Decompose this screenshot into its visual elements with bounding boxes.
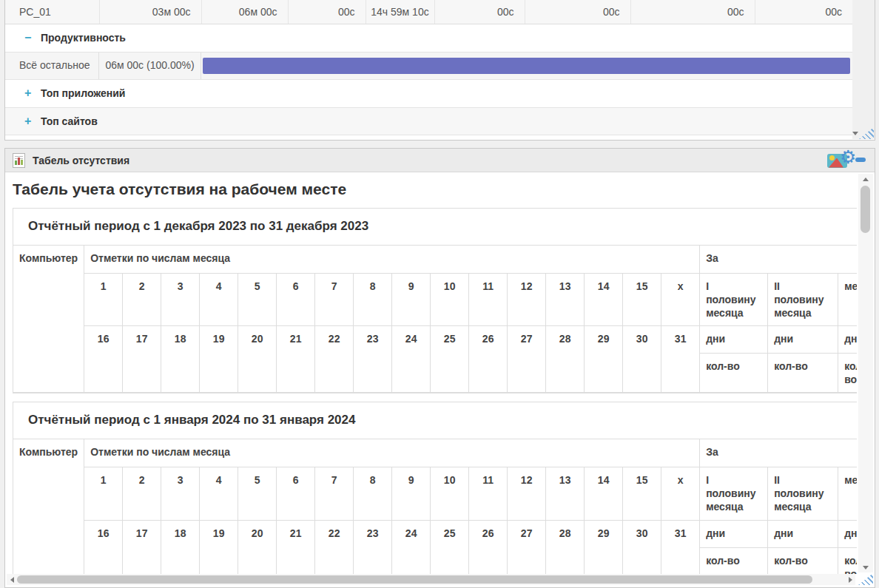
- computer-header-cell: Компьютер: [13, 246, 84, 393]
- day-header-cell: 20: [238, 520, 277, 574]
- stats-content: PC_01 03м 00с 06м 00с 00с 14ч 59м 10с 00…: [5, 0, 852, 135]
- day-header-cell: 25: [431, 326, 469, 393]
- day-header-cell: 16: [84, 326, 123, 393]
- day-header-cell: 26: [469, 520, 508, 574]
- widget-header[interactable]: Табель отсутствия ⚙: [5, 149, 875, 172]
- count-label-cell: кол-во: [838, 354, 857, 393]
- report-period-section: Отчётный период с 1 января 2024 по 31 ян…: [13, 402, 857, 574]
- day-header-cell: 7: [315, 467, 354, 520]
- day-header-cell: 28: [546, 326, 585, 393]
- vertical-scrollbar-track[interactable]: [852, 0, 875, 139]
- day-header-cell: 5: [238, 467, 277, 520]
- day-header-cell: 29: [585, 520, 623, 574]
- day-header-cell: 19: [200, 326, 238, 393]
- day-header-cell: 2: [123, 273, 161, 326]
- widget-title: Табель отсутствия: [33, 155, 129, 166]
- day-header-cell: 8: [354, 273, 392, 326]
- day-header-cell: х: [661, 273, 700, 326]
- productivity-section-toggle[interactable]: − Продуктивность: [5, 24, 852, 53]
- section-label: Топ приложений: [41, 87, 125, 99]
- day-header-cell: 24: [392, 520, 431, 574]
- day-header-cell: 21: [277, 326, 315, 393]
- scroll-down-icon[interactable]: [852, 132, 858, 135]
- day-header-cell: 31: [661, 520, 700, 574]
- panel-resize-handle[interactable]: [858, 573, 873, 585]
- horizontal-scrollbar-thumb[interactable]: [17, 575, 812, 584]
- day-header-cell: 29: [585, 326, 623, 393]
- vertical-scrollbar[interactable]: [858, 174, 873, 572]
- top-apps-section-toggle[interactable]: + Топ приложений: [5, 80, 852, 108]
- count-label-cell: кол-во: [700, 547, 768, 574]
- report-period-title: Отчётный период с 1 декабря 2023 по 31 д…: [13, 209, 857, 246]
- activity-stats-panel: PC_01 03м 00с 06м 00с 00с 14ч 59м 10с 00…: [4, 0, 875, 141]
- collapse-minus-icon[interactable]: −: [24, 31, 41, 44]
- report-viewport: Табель учета отсутствия на рабочем месте…: [5, 172, 857, 574]
- count-label-cell: кол-во: [700, 354, 768, 393]
- day-header-cell: 14: [585, 273, 623, 326]
- day-header-cell: 20: [238, 326, 277, 393]
- report-icon: [13, 153, 25, 168]
- time-value-cell: 00с: [525, 0, 630, 24]
- category-cell: Всё остальное: [5, 53, 99, 79]
- settings-gear-handle-icon[interactable]: [855, 158, 866, 162]
- expand-plus-icon[interactable]: +: [24, 87, 41, 100]
- scroll-down-button[interactable]: [858, 562, 873, 572]
- vertical-scrollbar-thumb[interactable]: [861, 186, 870, 233]
- day-header-cell: 22: [315, 326, 354, 393]
- day-header-cell: 21: [277, 520, 315, 574]
- day-header-cell: 13: [546, 273, 585, 326]
- day-header-cell: 11: [469, 467, 508, 520]
- half-month-header-cell: I половину месяца: [700, 467, 768, 520]
- days-label-cell: дни: [838, 520, 857, 547]
- stats-summary-row: PC_01 03м 00с 06м 00с 00с 14ч 59м 10с 00…: [5, 0, 852, 24]
- days-label-cell: дни: [768, 520, 838, 547]
- day-header-cell: 12: [508, 467, 546, 520]
- count-label-cell: кол-во: [768, 354, 838, 393]
- day-header-cell: 5: [238, 273, 277, 326]
- day-header-cell: 16: [84, 520, 123, 574]
- marks-header-cell: Отметки по числам месяца: [84, 439, 700, 467]
- day-header-cell: 11: [469, 273, 508, 326]
- settings-gear-icon[interactable]: ⚙: [840, 148, 856, 166]
- half-month-header-cell: I половину месяца: [700, 273, 768, 326]
- total-header-cell: За: [700, 439, 857, 467]
- day-header-cell: 28: [546, 520, 585, 574]
- day-header-cell: 25: [431, 520, 469, 574]
- day-header-cell: 19: [200, 520, 238, 574]
- time-value-cell: 00с: [434, 0, 525, 24]
- half-month-header-cell: месяц: [838, 467, 857, 520]
- horizontal-scrollbar[interactable]: [7, 574, 855, 585]
- count-label-cell: кол-во: [768, 547, 838, 574]
- day-header-cell: 23: [354, 520, 392, 574]
- scroll-up-button[interactable]: [858, 174, 873, 184]
- page-title: Табель учета отсутствия на рабочем месте: [13, 180, 857, 198]
- day-header-cell: 18: [161, 520, 200, 574]
- day-header-cell: 27: [508, 326, 546, 393]
- scroll-right-button[interactable]: [845, 574, 855, 585]
- day-header-cell: 27: [508, 520, 546, 574]
- time-value-cell: 14ч 59м 10с: [366, 0, 434, 24]
- top-sites-section-toggle[interactable]: + Топ сайтов: [5, 108, 852, 135]
- day-header-cell: 4: [200, 467, 238, 520]
- days-label-cell: дни: [700, 520, 768, 547]
- day-header-cell: 24: [392, 326, 431, 393]
- day-header-cell: х: [661, 467, 700, 520]
- section-label: Топ сайтов: [41, 115, 98, 127]
- half-month-header-cell: II половину месяца: [768, 273, 838, 326]
- bar-zone: [201, 53, 852, 79]
- expand-plus-icon[interactable]: +: [24, 115, 41, 128]
- widget-header-actions: ⚙: [827, 152, 866, 169]
- time-value-cell: 00с: [630, 0, 755, 24]
- day-header-cell: 15: [623, 273, 661, 326]
- day-header-cell: 18: [161, 326, 200, 393]
- day-header-cell: 9: [392, 467, 431, 520]
- progress-bar: [203, 58, 850, 74]
- report-period-section: Отчётный период с 1 декабря 2023 по 31 д…: [13, 208, 857, 393]
- computer-name-cell: PC_01: [5, 0, 99, 24]
- stats-summary-table: PC_01 03м 00с 06м 00с 00с 14ч 59м 10с 00…: [5, 0, 852, 24]
- count-label-cell: кол-во: [838, 547, 857, 574]
- scroll-left-button[interactable]: [7, 574, 17, 585]
- day-header-cell: 3: [161, 273, 200, 326]
- day-header-cell: 1: [84, 273, 123, 326]
- productivity-row: Всё остальное 06м 00с (100.00%): [5, 53, 852, 80]
